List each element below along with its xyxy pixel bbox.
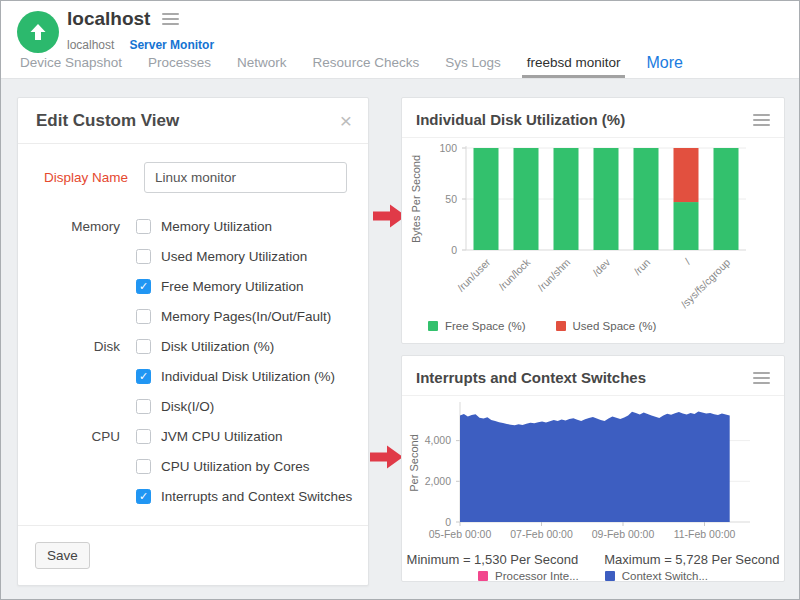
legend-label-context-switch: Context Switch... xyxy=(622,570,708,582)
up-arrow-icon xyxy=(29,23,47,41)
checkbox-free-memory-utilization[interactable]: ✓ xyxy=(136,279,151,294)
legend-swatch-context-switch xyxy=(605,571,615,581)
legend-label-used-space: Used Space (%) xyxy=(573,320,657,332)
metric-checkbox-groups: MemoryMemory UtilizationUsed Memory Util… xyxy=(18,211,368,511)
checkbox-memory-pages-in-out-fault[interactable] xyxy=(136,309,151,324)
metric-row-interrupts-and-context-switches: ✓Interrupts and Context Switches xyxy=(18,481,368,511)
checkbox-label-disk-i-o[interactable]: Disk(I/O) xyxy=(161,399,214,414)
disk-utilization-bar-chart: 050100Bytes Per Second/run/user/run/lock… xyxy=(402,138,764,314)
page-title: localhost xyxy=(67,8,150,30)
svg-text:0: 0 xyxy=(445,516,451,528)
legend-label-processor-inte: Processor Inte... xyxy=(495,570,579,582)
disk-chart-menu-icon[interactable] xyxy=(753,114,770,126)
title-menu-icon[interactable] xyxy=(162,13,179,25)
checkbox-label-disk-utilization[interactable]: Disk Utilization (%) xyxy=(161,339,274,354)
legend-swatch-processor-inte xyxy=(478,571,488,581)
checkbox-disk-utilization[interactable] xyxy=(136,339,151,354)
display-name-input[interactable] xyxy=(144,162,347,193)
metric-row-disk-utilization: DiskDisk Utilization (%) xyxy=(18,331,368,361)
svg-text:50: 50 xyxy=(445,193,457,205)
checkbox-label-cpu-utilization-by-cores[interactable]: CPU Utilization by Cores xyxy=(161,459,310,474)
checkbox-label-interrupts-and-context-switches[interactable]: Interrupts and Context Switches xyxy=(161,489,352,504)
group-label-cpu: CPU xyxy=(18,429,136,444)
breadcrumb-device: localhost xyxy=(67,38,114,52)
monitor-up-status-icon xyxy=(17,11,59,53)
interrupts-context-switches-card: Interrupts and Context Switches 02,0004,… xyxy=(401,355,785,582)
tab-bar: Device SnapshotProcessesNetworkResource … xyxy=(7,52,696,78)
red-arrow-annotation-bottom xyxy=(370,445,403,469)
checkbox-label-individual-disk-utilization[interactable]: Individual Disk Utilization (%) xyxy=(161,369,335,384)
legend-swatch-free-space xyxy=(428,321,438,331)
metric-row-jvm-cpu-utilization: CPUJVM CPU Utilization xyxy=(18,421,368,451)
tab-sys-logs[interactable]: Sys Logs xyxy=(432,55,514,78)
tab-more[interactable]: More xyxy=(633,54,695,78)
minmax-row: Minimum = 1,530 Per Second Maximum = 5,7… xyxy=(402,550,784,567)
legend-label-free-space: Free Space (%) xyxy=(445,320,526,332)
disk-legend-used-space[interactable]: Used Space (%) xyxy=(556,320,657,332)
metric-row-free-memory-utilization: ✓Free Memory Utilization xyxy=(18,271,368,301)
metric-row-disk-i-o: Disk(I/O) xyxy=(18,391,368,421)
interrupts-legend-context-switch[interactable]: Context Switch... xyxy=(605,570,708,582)
checkbox-label-used-memory-utilization[interactable]: Used Memory Utilization xyxy=(161,249,307,264)
metric-row-memory-pages-in-out-fault: Memory Pages(In/Out/Fault) xyxy=(18,301,368,331)
header: localhost localhost Server Monitor Devic… xyxy=(1,1,799,79)
checkbox-used-memory-utilization[interactable] xyxy=(136,249,151,264)
checkbox-label-memory-pages-in-out-fault[interactable]: Memory Pages(In/Out/Fault) xyxy=(161,309,331,324)
edit-custom-view-dialog: Edit Custom View × Display Name MemoryMe… xyxy=(17,97,369,586)
svg-text:/dev: /dev xyxy=(590,255,613,278)
svg-text:0: 0 xyxy=(451,244,457,256)
svg-text:/run/user: /run/user xyxy=(455,256,493,294)
checkbox-memory-utilization[interactable] xyxy=(136,219,151,234)
group-label-memory: Memory xyxy=(18,219,136,234)
server-monitor-page: localhost localhost Server Monitor Devic… xyxy=(0,0,800,600)
interrupts-legend-processor-inte[interactable]: Processor Inte... xyxy=(478,570,579,582)
svg-text:/run/lock: /run/lock xyxy=(496,255,533,292)
tab-network[interactable]: Network xyxy=(224,55,300,78)
tab-processes[interactable]: Processes xyxy=(135,55,224,78)
metric-row-cpu-utilization-by-cores: CPU Utilization by Cores xyxy=(18,451,368,481)
interrupts-area-chart: 02,0004,000Per Second05-Feb 00:0007-Feb … xyxy=(402,396,764,546)
tab-device-snapshot[interactable]: Device Snapshot xyxy=(7,55,135,78)
metric-row-memory-utilization: MemoryMemory Utilization xyxy=(18,211,368,241)
svg-text:Per Second: Per Second xyxy=(408,434,420,491)
svg-text:100: 100 xyxy=(439,142,457,154)
disk-chart-legend: Free Space (%)Used Space (%) xyxy=(402,318,784,332)
checkbox-jvm-cpu-utilization[interactable] xyxy=(136,429,151,444)
dialog-title: Edit Custom View xyxy=(36,111,179,131)
svg-text:11-Feb 00:00: 11-Feb 00:00 xyxy=(674,528,736,540)
interrupts-chart-menu-icon[interactable] xyxy=(753,372,770,384)
disk-legend-free-space[interactable]: Free Space (%) xyxy=(428,320,526,332)
svg-text:07-Feb 00:00: 07-Feb 00:00 xyxy=(510,528,573,540)
disk-chart-title: Individual Disk Utilization (%) xyxy=(416,111,625,128)
checkbox-interrupts-and-context-switches[interactable]: ✓ xyxy=(136,489,151,504)
individual-disk-utilization-card: Individual Disk Utilization (%) 050100By… xyxy=(401,97,785,344)
svg-text:2,000: 2,000 xyxy=(425,475,451,487)
checkbox-disk-i-o[interactable] xyxy=(136,399,151,414)
svg-text:09-Feb 00:00: 09-Feb 00:00 xyxy=(592,528,655,540)
breadcrumb: localhost Server Monitor xyxy=(67,38,214,52)
checkbox-label-memory-utilization[interactable]: Memory Utilization xyxy=(161,219,272,234)
svg-text:05-Feb 00:00: 05-Feb 00:00 xyxy=(429,528,492,540)
close-icon[interactable]: × xyxy=(340,110,352,131)
checkbox-cpu-utilization-by-cores[interactable] xyxy=(136,459,151,474)
metric-row-used-memory-utilization: Used Memory Utilization xyxy=(18,241,368,271)
svg-text:/sys/fs/cgroup: /sys/fs/cgroup xyxy=(678,256,732,310)
checkbox-individual-disk-utilization[interactable]: ✓ xyxy=(136,369,151,384)
svg-text:/run/shm: /run/shm xyxy=(535,256,573,294)
svg-text:Bytes Per Second: Bytes Per Second xyxy=(410,155,422,243)
minimum-value: Minimum = 1,530 Per Second xyxy=(407,552,579,567)
checkbox-label-free-memory-utilization[interactable]: Free Memory Utilization xyxy=(161,279,304,294)
tab-freebsd-monitor[interactable]: freebsd monitor xyxy=(514,55,634,78)
metric-row-individual-disk-utilization: ✓Individual Disk Utilization (%) xyxy=(18,361,368,391)
interrupts-chart-legend: Processor Inte...Context Switch... xyxy=(402,567,784,582)
interrupts-chart-title: Interrupts and Context Switches xyxy=(416,369,646,386)
dialog-header: Edit Custom View × xyxy=(18,98,368,144)
legend-swatch-used-space xyxy=(556,321,566,331)
maximum-value: Maximum = 5,728 Per Second xyxy=(604,552,779,567)
tab-resource-checks[interactable]: Resource Checks xyxy=(300,55,433,78)
svg-text:/: / xyxy=(682,256,693,267)
save-button[interactable]: Save xyxy=(35,542,90,569)
display-name-label: Display Name xyxy=(18,170,136,185)
checkbox-label-jvm-cpu-utilization[interactable]: JVM CPU Utilization xyxy=(161,429,283,444)
breadcrumb-server-monitor-link[interactable]: Server Monitor xyxy=(129,38,214,52)
